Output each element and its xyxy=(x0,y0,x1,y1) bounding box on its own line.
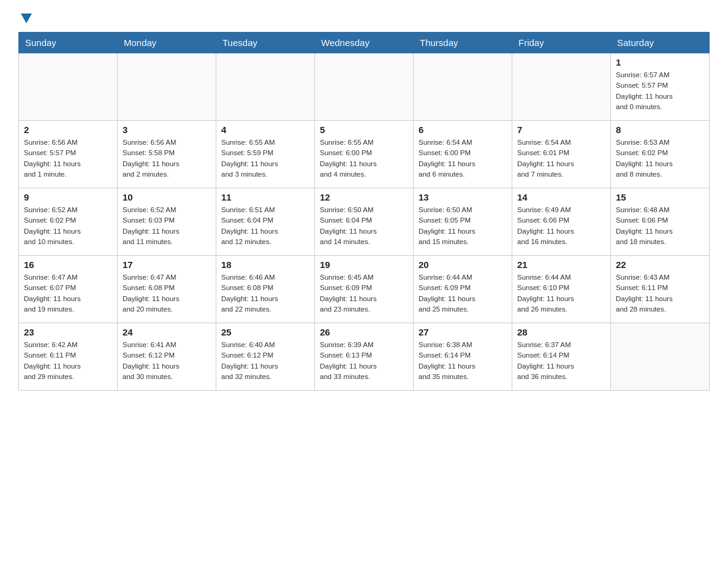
day-number: 25 xyxy=(221,327,309,337)
calendar-table: SundayMondayTuesdayWednesdayThursdayFrid… xyxy=(18,32,710,391)
day-number: 26 xyxy=(320,327,408,337)
day-number: 1 xyxy=(616,57,704,67)
day-info: Sunrise: 6:47 AM Sunset: 6:08 PM Dayligh… xyxy=(123,272,211,315)
day-info: Sunrise: 6:52 AM Sunset: 6:02 PM Dayligh… xyxy=(24,205,112,247)
calendar-cell: 8Sunrise: 6:53 AM Sunset: 6:02 PM Daylig… xyxy=(611,121,710,188)
day-info: Sunrise: 6:55 AM Sunset: 5:59 PM Dayligh… xyxy=(221,137,309,180)
day-info: Sunrise: 6:51 AM Sunset: 6:04 PM Dayligh… xyxy=(221,205,309,247)
calendar-day-header-thursday: Thursday xyxy=(414,33,512,53)
day-info: Sunrise: 6:53 AM Sunset: 6:02 PM Dayligh… xyxy=(616,137,704,180)
calendar-cell: 16Sunrise: 6:47 AM Sunset: 6:07 PM Dayli… xyxy=(19,256,118,323)
day-info: Sunrise: 6:47 AM Sunset: 6:07 PM Dayligh… xyxy=(24,272,112,315)
calendar-cell: 15Sunrise: 6:48 AM Sunset: 6:06 PM Dayli… xyxy=(611,188,710,256)
day-number: 12 xyxy=(320,192,408,202)
day-info: Sunrise: 6:50 AM Sunset: 6:04 PM Dayligh… xyxy=(320,205,408,247)
day-info: Sunrise: 6:37 AM Sunset: 6:14 PM Dayligh… xyxy=(517,340,605,382)
day-info: Sunrise: 6:42 AM Sunset: 6:11 PM Dayligh… xyxy=(24,340,112,382)
day-number: 8 xyxy=(616,124,704,135)
day-info: Sunrise: 6:46 AM Sunset: 6:08 PM Dayligh… xyxy=(221,272,309,315)
day-number: 20 xyxy=(419,259,507,270)
day-number: 17 xyxy=(123,259,211,270)
calendar-cell xyxy=(315,53,414,121)
day-info: Sunrise: 6:54 AM Sunset: 6:01 PM Dayligh… xyxy=(517,137,605,180)
day-info: Sunrise: 6:50 AM Sunset: 6:05 PM Dayligh… xyxy=(419,205,507,247)
calendar-cell: 11Sunrise: 6:51 AM Sunset: 6:04 PM Dayli… xyxy=(216,188,315,256)
calendar-cell: 1Sunrise: 6:57 AM Sunset: 5:57 PM Daylig… xyxy=(611,53,710,121)
calendar-cell: 13Sunrise: 6:50 AM Sunset: 6:05 PM Dayli… xyxy=(414,188,512,256)
calendar-week-row: 16Sunrise: 6:47 AM Sunset: 6:07 PM Dayli… xyxy=(19,256,710,323)
calendar-cell: 10Sunrise: 6:52 AM Sunset: 6:03 PM Dayli… xyxy=(118,188,216,256)
calendar-cell xyxy=(414,53,512,121)
day-number: 24 xyxy=(123,327,211,337)
calendar-cell: 21Sunrise: 6:44 AM Sunset: 6:10 PM Dayli… xyxy=(512,256,611,323)
day-info: Sunrise: 6:56 AM Sunset: 5:58 PM Dayligh… xyxy=(123,137,211,180)
day-number: 27 xyxy=(419,327,507,337)
day-number: 19 xyxy=(320,259,408,270)
day-info: Sunrise: 6:44 AM Sunset: 6:10 PM Dayligh… xyxy=(517,272,605,315)
calendar-cell xyxy=(512,53,611,121)
calendar-cell: 24Sunrise: 6:41 AM Sunset: 6:12 PM Dayli… xyxy=(118,323,216,391)
calendar-cell: 22Sunrise: 6:43 AM Sunset: 6:11 PM Dayli… xyxy=(611,256,710,323)
calendar-cell xyxy=(216,53,315,121)
calendar-cell: 28Sunrise: 6:37 AM Sunset: 6:14 PM Dayli… xyxy=(512,323,611,391)
calendar-day-header-monday: Monday xyxy=(118,33,216,53)
calendar-day-header-tuesday: Tuesday xyxy=(216,33,315,53)
calendar-cell: 3Sunrise: 6:56 AM Sunset: 5:58 PM Daylig… xyxy=(118,121,216,188)
day-number: 4 xyxy=(221,124,309,135)
calendar-cell xyxy=(118,53,216,121)
calendar-cell: 7Sunrise: 6:54 AM Sunset: 6:01 PM Daylig… xyxy=(512,121,611,188)
page-header xyxy=(18,12,710,20)
calendar-cell: 9Sunrise: 6:52 AM Sunset: 6:02 PM Daylig… xyxy=(19,188,118,256)
calendar-day-header-saturday: Saturday xyxy=(611,33,710,53)
calendar-week-row: 2Sunrise: 6:56 AM Sunset: 5:57 PM Daylig… xyxy=(19,121,710,188)
day-number: 28 xyxy=(517,327,605,337)
calendar-week-row: 9Sunrise: 6:52 AM Sunset: 6:02 PM Daylig… xyxy=(19,188,710,256)
day-number: 11 xyxy=(221,192,309,202)
calendar-cell: 19Sunrise: 6:45 AM Sunset: 6:09 PM Dayli… xyxy=(315,256,414,323)
calendar-cell xyxy=(19,53,118,121)
calendar-day-header-friday: Friday xyxy=(512,33,611,53)
calendar-cell: 18Sunrise: 6:46 AM Sunset: 6:08 PM Dayli… xyxy=(216,256,315,323)
day-info: Sunrise: 6:45 AM Sunset: 6:09 PM Dayligh… xyxy=(320,272,408,315)
calendar-cell: 23Sunrise: 6:42 AM Sunset: 6:11 PM Dayli… xyxy=(19,323,118,391)
calendar-day-header-wednesday: Wednesday xyxy=(315,33,414,53)
day-info: Sunrise: 6:57 AM Sunset: 5:57 PM Dayligh… xyxy=(616,70,704,112)
calendar-week-row: 23Sunrise: 6:42 AM Sunset: 6:11 PM Dayli… xyxy=(19,323,710,391)
day-info: Sunrise: 6:38 AM Sunset: 6:14 PM Dayligh… xyxy=(419,340,507,382)
calendar-header-row: SundayMondayTuesdayWednesdayThursdayFrid… xyxy=(19,33,710,53)
day-number: 18 xyxy=(221,259,309,270)
day-info: Sunrise: 6:40 AM Sunset: 6:12 PM Dayligh… xyxy=(221,340,309,382)
calendar-week-row: 1Sunrise: 6:57 AM Sunset: 5:57 PM Daylig… xyxy=(19,53,710,121)
day-number: 16 xyxy=(24,259,112,270)
day-info: Sunrise: 6:55 AM Sunset: 6:00 PM Dayligh… xyxy=(320,137,408,180)
day-number: 9 xyxy=(24,192,112,202)
day-info: Sunrise: 6:54 AM Sunset: 6:00 PM Dayligh… xyxy=(419,137,507,180)
logo-triangle-icon xyxy=(21,13,32,23)
calendar-cell: 27Sunrise: 6:38 AM Sunset: 6:14 PM Dayli… xyxy=(414,323,512,391)
calendar-cell: 20Sunrise: 6:44 AM Sunset: 6:09 PM Dayli… xyxy=(414,256,512,323)
day-info: Sunrise: 6:44 AM Sunset: 6:09 PM Dayligh… xyxy=(419,272,507,315)
day-info: Sunrise: 6:41 AM Sunset: 6:12 PM Dayligh… xyxy=(123,340,211,382)
day-number: 2 xyxy=(24,124,112,135)
day-info: Sunrise: 6:48 AM Sunset: 6:06 PM Dayligh… xyxy=(616,205,704,247)
day-number: 15 xyxy=(616,192,704,202)
logo xyxy=(18,12,32,20)
day-number: 22 xyxy=(616,259,704,270)
day-number: 13 xyxy=(419,192,507,202)
day-number: 5 xyxy=(320,124,408,135)
day-info: Sunrise: 6:39 AM Sunset: 6:13 PM Dayligh… xyxy=(320,340,408,382)
calendar-cell: 25Sunrise: 6:40 AM Sunset: 6:12 PM Dayli… xyxy=(216,323,315,391)
day-number: 23 xyxy=(24,327,112,337)
calendar-cell: 26Sunrise: 6:39 AM Sunset: 6:13 PM Dayli… xyxy=(315,323,414,391)
calendar-cell: 17Sunrise: 6:47 AM Sunset: 6:08 PM Dayli… xyxy=(118,256,216,323)
day-info: Sunrise: 6:49 AM Sunset: 6:06 PM Dayligh… xyxy=(517,205,605,247)
calendar-cell: 5Sunrise: 6:55 AM Sunset: 6:00 PM Daylig… xyxy=(315,121,414,188)
calendar-cell: 6Sunrise: 6:54 AM Sunset: 6:00 PM Daylig… xyxy=(414,121,512,188)
day-info: Sunrise: 6:56 AM Sunset: 5:57 PM Dayligh… xyxy=(24,137,112,180)
calendar-cell xyxy=(611,323,710,391)
calendar-cell: 4Sunrise: 6:55 AM Sunset: 5:59 PM Daylig… xyxy=(216,121,315,188)
day-info: Sunrise: 6:52 AM Sunset: 6:03 PM Dayligh… xyxy=(123,205,211,247)
calendar-cell: 14Sunrise: 6:49 AM Sunset: 6:06 PM Dayli… xyxy=(512,188,611,256)
day-info: Sunrise: 6:43 AM Sunset: 6:11 PM Dayligh… xyxy=(616,272,704,315)
day-number: 3 xyxy=(123,124,211,135)
